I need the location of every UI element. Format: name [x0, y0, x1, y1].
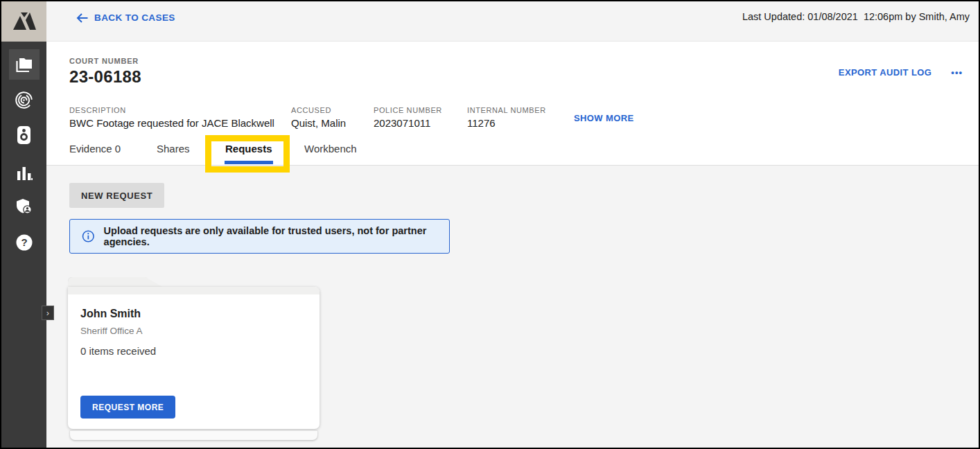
items-received-status: 0 items received: [80, 345, 156, 357]
shield-user-icon: [15, 197, 33, 215]
header-actions: EXPORT AUDIT LOG •••: [839, 67, 963, 78]
field-label: INTERNAL NUMBER: [467, 106, 546, 114]
court-number-value: 23-06188: [69, 67, 141, 87]
sidebar-item-cases[interactable]: [1, 49, 46, 82]
folder-footer-strip: [70, 430, 317, 440]
top-bar: BACK TO CASES Last Updated: 01/08/2021 1…: [46, 1, 979, 42]
field-label: ACCUSED: [291, 106, 346, 114]
sidebar-item-devices[interactable]: [1, 118, 46, 152]
show-more-link[interactable]: SHOW MORE: [574, 113, 634, 123]
sidebar-item-admin[interactable]: [1, 190, 46, 223]
axon-logo[interactable]: [1, 1, 46, 42]
app-window: ? › BACK TO CASES Last Updated: 01/08/20…: [0, 0, 980, 449]
tab-workbench[interactable]: Workbench: [304, 143, 357, 155]
back-arrow-icon: [76, 13, 88, 23]
tab-evidence[interactable]: Evidence 0: [69, 143, 121, 155]
field-value: 11276: [467, 117, 546, 129]
requests-panel: NEW REQUEST Upload requests are only ava…: [46, 166, 979, 448]
last-updated-text: Last Updated: 01/08/2021 12:06pm by Smit…: [742, 11, 970, 22]
folder-header-strip: [68, 287, 320, 294]
back-to-cases-link[interactable]: BACK TO CASES: [76, 12, 175, 23]
new-request-button[interactable]: NEW REQUEST: [69, 183, 164, 208]
export-audit-log-link[interactable]: EXPORT AUDIT LOG: [839, 67, 931, 78]
axon-delta-icon: [10, 9, 39, 34]
field-label: POLICE NUMBER: [374, 106, 442, 114]
tab-shares[interactable]: Shares: [157, 143, 190, 155]
tab-requests[interactable]: Requests: [225, 143, 272, 155]
field-description: DESCRIPTION BWC Footage requested for JA…: [69, 106, 274, 129]
recipient-name: John Smith: [80, 308, 141, 320]
bar-chart-icon: [16, 166, 33, 180]
sidebar-item-help[interactable]: ?: [1, 226, 46, 259]
back-to-cases-label: BACK TO CASES: [94, 12, 175, 23]
request-more-button[interactable]: REQUEST MORE: [80, 396, 175, 419]
info-banner: Upload requests are only available for t…: [69, 219, 450, 254]
field-value: BWC Footage requested for JACE Blackwell: [69, 117, 274, 129]
field-internal-number: INTERNAL NUMBER 11276: [467, 106, 546, 129]
cases-folder-icon: [15, 57, 33, 73]
field-accused: ACCUSED Quist, Malin: [291, 106, 346, 129]
field-police-number: POLICE NUMBER 2023071011: [374, 106, 442, 129]
help-icon: ?: [15, 234, 33, 252]
recipient-agency: Sheriff Office A: [80, 326, 143, 336]
field-value: Quist, Malin: [291, 117, 346, 129]
field-label: DESCRIPTION: [69, 106, 274, 114]
request-card: John Smith Sheriff Office A 0 items rece…: [68, 277, 320, 441]
fingerprint-icon: [15, 91, 33, 109]
sidebar-item-analytics[interactable]: [1, 156, 46, 189]
svg-text:?: ?: [21, 236, 27, 248]
sidebar-item-evidence[interactable]: [1, 83, 46, 116]
body-camera-icon: [17, 125, 31, 145]
field-value: 2023071011: [374, 117, 442, 129]
sidebar: ?: [1, 1, 46, 448]
more-options-button[interactable]: •••: [951, 67, 963, 78]
court-number-label: COURT NUMBER: [69, 57, 139, 65]
info-icon: [82, 229, 95, 243]
case-header: COURT NUMBER 23-06188 EXPORT AUDIT LOG •…: [46, 42, 979, 166]
info-banner-text: Upload requests are only available for t…: [104, 225, 449, 247]
sidebar-expand-toggle[interactable]: ›: [42, 306, 54, 320]
